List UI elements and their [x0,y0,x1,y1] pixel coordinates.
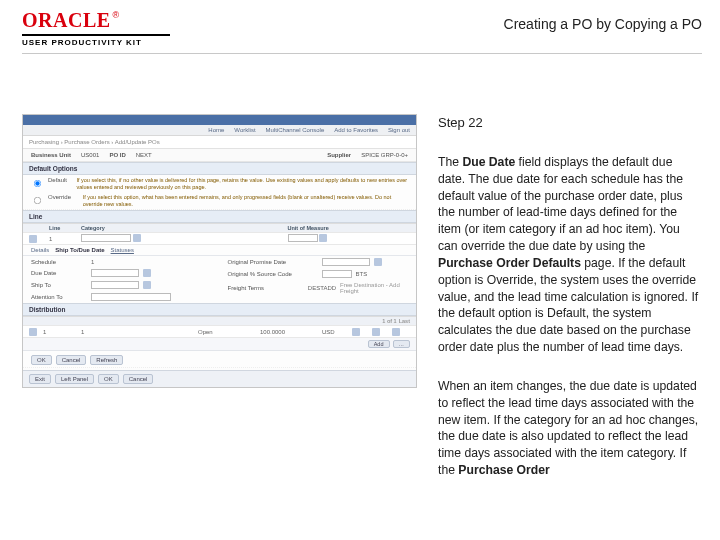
ok2-button[interactable]: OK [98,374,119,384]
col-category: Category [81,225,204,231]
ok-button[interactable]: OK [31,355,52,365]
supplier-value: SPICE GRP-0-0+ [361,152,408,158]
radio-default[interactable] [34,180,41,187]
row-uom-field[interactable] [288,234,318,242]
page-title: Creating a PO by Copying a PO [504,16,702,32]
dist-dist: 1 [81,329,196,335]
lookup-icon[interactable] [352,328,360,336]
section-distribution: Distribution [23,303,416,316]
dist-sched: 1 [43,329,79,335]
step-label: Step 22 [438,114,702,132]
poid-value: NEXT [136,152,152,158]
tab-shipto[interactable]: Ship To/Due Date [55,247,104,253]
po-header: Business Unit US001 PO ID NEXT Supplier … [23,149,416,162]
row-select-icon[interactable] [29,328,37,336]
schedule-label: Schedule [31,259,87,265]
default-label: Default [48,177,72,183]
oracle-logo: ORACLE® [22,10,170,31]
promise-label: Original Promise Date [228,259,318,265]
cancel2-button[interactable]: Cancel [123,374,154,384]
distribution-grid: 1 of 1Last 1 1 Open 100.0000 USD Add … [23,316,416,351]
freight-label: Freight Terms [228,285,304,291]
dist-cur: USD [322,329,350,335]
src-value: BTS [356,271,368,277]
dist-head: 1 of 1Last [23,317,416,326]
row-select-icon[interactable] [29,235,37,243]
app-footer: Exit Left Panel OK Cancel [23,370,416,387]
nav-home[interactable]: Home [208,127,224,133]
lookup-icon[interactable] [319,234,327,242]
due-field[interactable] [91,269,139,277]
lookup-icon[interactable] [133,234,141,242]
lookup-icon[interactable] [392,328,400,336]
col-line: Line [49,225,79,231]
section-default-options: Default Options [23,162,416,175]
radio-override[interactable] [34,197,41,204]
dist-row[interactable]: 1 1 Open 100.0000 USD [23,326,416,338]
tab-details[interactable]: Details [31,247,49,253]
logo-rule [22,34,170,36]
app-screenshot: Home Worklist MultiChannel Console Add t… [22,114,417,388]
lookup-icon[interactable] [143,281,151,289]
paragraph-1: The Due Date field displays the default … [438,154,702,356]
poid-label: PO ID [109,152,125,158]
freight-value: DESTADD [308,285,336,291]
grid-last[interactable]: Last [399,318,410,324]
due-label: Due Date [31,270,87,276]
exit-button[interactable]: Exit [29,374,51,384]
leftpanel-button[interactable]: Left Panel [55,374,94,384]
paragraph-2: When an item changes, the due date is up… [438,378,702,479]
top-divider [22,53,702,54]
freight-desc: Free Destination - Add Freight [340,282,408,294]
brand-block: ORACLE® USER PRODUCTIVITY KIT [22,10,170,47]
cancel-button[interactable]: Cancel [56,355,87,365]
bu-label: Business Unit [31,152,71,158]
upk-label: USER PRODUCTIVITY KIT [22,38,170,47]
bu-value: US001 [81,152,99,158]
dist-status: Open [198,329,258,335]
default-desc: If you select this, if no other value is… [76,177,408,190]
schedule-subtabs: Details Ship To/Due Date Statuses [23,245,416,256]
override-desc: If you select this option, what has been… [83,194,408,207]
supplier-label: Supplier [327,152,351,158]
tab-statuses[interactable]: Statuses [111,247,134,253]
refresh-button[interactable]: Refresh [90,355,123,365]
src-field[interactable] [322,270,352,278]
grid-pager: 1 of 1 [382,318,396,324]
row-line: 1 [49,236,79,242]
schedule-value: 1 [91,259,94,265]
breadcrumb: Purchasing › Purchase Orders › Add/Updat… [23,136,416,149]
override-label: Override [48,194,79,200]
row-category-field[interactable] [81,234,131,242]
app-banner [23,115,416,125]
dist-pct: 100.0000 [260,329,320,335]
shipto-label: Ship To [31,282,87,288]
shipto-field[interactable] [91,281,139,289]
line-grid: Line Category Unit of Measure 1 [23,223,416,245]
nav-fav[interactable]: Add to Favorites [334,127,378,133]
section-line: Line [23,210,416,223]
attention-field[interactable] [91,293,171,301]
src-label: Original % Source Code [228,271,318,277]
nav-mcc[interactable]: MultiChannel Console [266,127,325,133]
grid-more-button[interactable]: … [393,340,411,348]
nav-worklist[interactable]: Worklist [234,127,255,133]
grid-add-button[interactable]: Add [368,340,390,348]
nav-signout[interactable]: Sign out [388,127,410,133]
attention-label: Attention To [31,294,87,300]
line-row[interactable]: 1 [23,233,416,245]
calendar-icon[interactable] [374,258,382,266]
calendar-icon[interactable] [143,269,151,277]
lookup-icon[interactable] [372,328,380,336]
app-nav: Home Worklist MultiChannel Console Add t… [23,125,416,136]
col-uom: Unit of Measure [288,225,411,231]
promise-field[interactable] [322,258,370,266]
instruction-panel: Step 22 The Due Date field displays the … [438,114,702,501]
